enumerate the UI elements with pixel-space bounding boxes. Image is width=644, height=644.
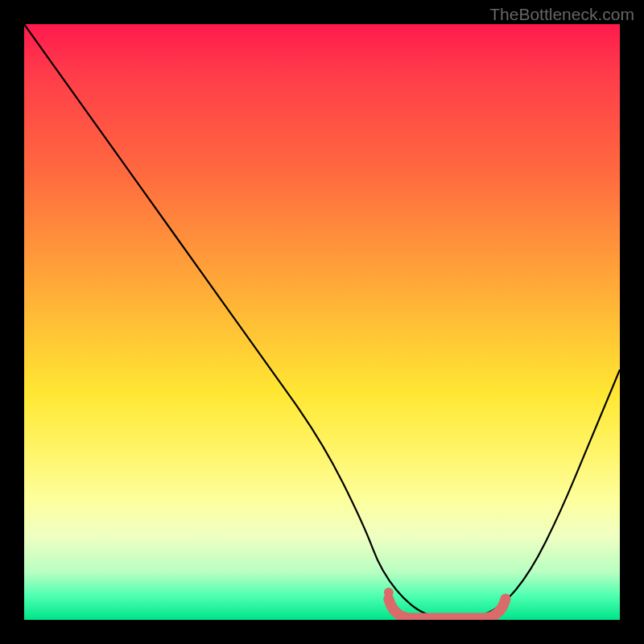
optimal-range-marker bbox=[384, 588, 506, 618]
bottleneck-chart bbox=[24, 24, 620, 620]
chart-area bbox=[24, 24, 620, 620]
svg-point-0 bbox=[384, 588, 394, 597]
bottleneck-curve bbox=[24, 24, 620, 620]
watermark-text: TheBottleneck.com bbox=[489, 5, 634, 24]
